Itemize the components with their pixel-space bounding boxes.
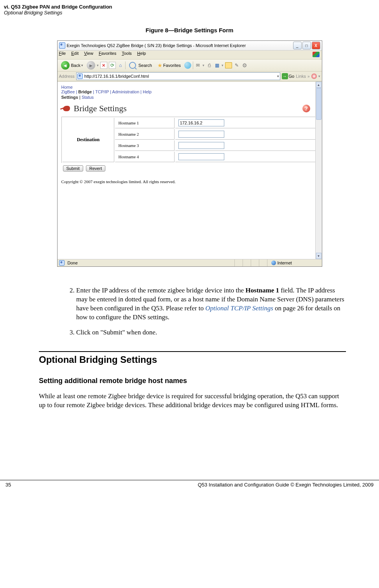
breadcrumb-row1: Home ZigBee | Bridge | TCP/IP | Administ… — [61, 85, 318, 94]
stop-icon[interactable]: ✕ — [100, 62, 107, 69]
menu-view[interactable]: View — [84, 51, 93, 59]
status-page-icon — [59, 260, 65, 266]
settings-icon[interactable]: ⚙ — [241, 62, 248, 68]
instruction-list: Enter the IP address of the remote zigbe… — [66, 286, 346, 337]
star-icon: ★ — [157, 62, 162, 68]
home-icon[interactable]: ⌂ — [117, 62, 124, 68]
footer-text: Q53 Installation and Configuration Guide… — [198, 482, 374, 488]
maximize-button[interactable]: □ — [302, 42, 311, 49]
toolbar: ◄ Back ▾ ► ▾ ✕ ⟳ ⌂ Search ★Favorites ✉▾ … — [58, 60, 322, 72]
hostname1-label: Hostname 1 — [115, 118, 174, 128]
hostname1-input[interactable] — [178, 119, 224, 126]
page-number: 35 — [5, 482, 11, 488]
refresh-icon[interactable]: ⟳ — [109, 62, 116, 69]
favorites-button[interactable]: ★Favorites — [155, 61, 183, 70]
address-input[interactable]: http://172.16.16.1/bridgeConf.html ▾ — [76, 72, 280, 80]
page-header: vi. Q53 Zigbee PAN and Bridge Configurat… — [0, 0, 379, 17]
section-divider — [39, 351, 346, 352]
menu-favorites[interactable]: Favorites — [99, 51, 116, 59]
chapter-title: vi. Q53 Zigbee PAN and Bridge Configurat… — [4, 4, 379, 10]
menu-tools[interactable]: Tools — [122, 51, 132, 59]
scroll-up-icon[interactable]: ▲ — [316, 82, 321, 88]
destination-table: Destination Hostname 1 Hostname 2 Hostna… — [61, 117, 318, 163]
status-zone: Internet — [278, 261, 292, 265]
internet-zone-icon — [271, 261, 276, 265]
window-title: Exegin Technologies Q52 ZigBee Bridge ( … — [67, 43, 246, 48]
nav-admin[interactable]: Administration — [112, 89, 140, 94]
section-paragraph: While at least one remote Zigbee bridge … — [39, 392, 346, 410]
back-button[interactable]: ◄ Back ▾ — [59, 61, 85, 70]
history-icon[interactable] — [184, 62, 191, 69]
ie-page-icon — [59, 42, 65, 49]
address-bar: Address http://172.16.16.1/bridgeConf.ht… — [58, 72, 322, 81]
scrollbar[interactable]: ▲ ▼ — [315, 82, 322, 259]
nav-zigbee[interactable]: ZigBee — [61, 89, 75, 94]
nav-tcpip[interactable]: TCP/IP — [95, 89, 109, 94]
hostname2-label: Hostname 2 — [115, 129, 174, 140]
copyright-text: Copyright © 2007 exegin technologies lim… — [61, 179, 318, 184]
address-label: Address — [59, 74, 75, 79]
step-2: Enter the IP address of the remote zigbe… — [76, 286, 346, 322]
browser-window: Exegin Technologies Q52 ZigBee Bridge ( … — [57, 40, 322, 267]
exegin-logo-icon — [61, 104, 72, 113]
search-button[interactable]: Search — [127, 61, 154, 70]
status-done: Done — [68, 261, 78, 265]
menu-help[interactable]: Help — [137, 51, 146, 59]
ie-throbber-icon — [313, 51, 320, 59]
menu-bar: File Edit View Favorites Tools Help — [58, 51, 322, 60]
menu-file[interactable]: File — [59, 51, 66, 59]
nav-status[interactable]: Status — [82, 95, 94, 100]
page-footer: 35 Q53 Installation and Configuration Gu… — [0, 480, 379, 492]
step-3: Click on "Submit" when done. — [76, 328, 346, 337]
nav-home[interactable]: Home — [61, 85, 73, 89]
links-label[interactable]: Links — [296, 74, 306, 79]
discuss-icon[interactable]: ✎ — [234, 62, 240, 68]
menu-edit[interactable]: Edit — [71, 51, 79, 59]
figure-caption: Figure 8—Bridge Settings Form — [0, 27, 379, 33]
print-icon[interactable]: ⎙ — [206, 62, 212, 68]
search-icon — [129, 62, 136, 69]
hostname4-input[interactable] — [178, 153, 224, 160]
scroll-thumb[interactable] — [316, 88, 321, 120]
page-heading-row: Bridge Settings ? — [61, 103, 318, 114]
forward-button[interactable]: ► — [87, 61, 95, 70]
hostname4-label: Hostname 4 — [115, 152, 174, 162]
hostname2-input[interactable] — [178, 131, 224, 138]
subsection-heading: Setting additional remote bridge host na… — [39, 377, 379, 385]
scroll-down-icon[interactable]: ▼ — [316, 253, 321, 259]
address-url: http://172.16.16.1/bridgeConf.html — [84, 74, 149, 79]
addon-icon[interactable] — [311, 74, 317, 79]
hostname3-input[interactable] — [178, 142, 224, 149]
link-optional-tcpip[interactable]: Optional TCP/IP Settings — [205, 304, 273, 312]
submit-button[interactable]: Submit — [63, 165, 83, 172]
hostname3-label: Hostname 3 — [115, 140, 174, 151]
nav-settings[interactable]: Settings — [61, 95, 78, 100]
edit-icon[interactable]: ▦ — [214, 62, 220, 68]
close-button[interactable]: X — [312, 42, 320, 49]
section-heading: Optional Bridging Settings — [39, 354, 379, 365]
help-icon[interactable]: ? — [302, 105, 310, 112]
destination-label: Destination — [63, 118, 115, 162]
minimize-button[interactable]: _ — [293, 42, 302, 49]
nav-help[interactable]: Help — [143, 89, 152, 94]
nav-bridge[interactable]: Bridge — [78, 89, 92, 94]
page-content: Home ZigBee | Bridge | TCP/IP | Administ… — [58, 81, 322, 259]
title-bar: Exegin Technologies Q52 ZigBee Bridge ( … — [58, 41, 322, 51]
revert-button[interactable]: Revert — [86, 165, 105, 172]
go-button[interactable]: →Go — [282, 73, 295, 79]
section-subtitle: Optional Bridging Settings — [4, 10, 379, 16]
mail-icon[interactable]: ✉ — [195, 62, 201, 68]
page-icon — [77, 74, 83, 79]
breadcrumb-row2: Settings | Status — [61, 95, 318, 100]
folder-icon[interactable] — [225, 62, 232, 68]
page-heading: Bridge Settings — [74, 103, 127, 114]
status-bar: Done Internet — [58, 259, 322, 266]
